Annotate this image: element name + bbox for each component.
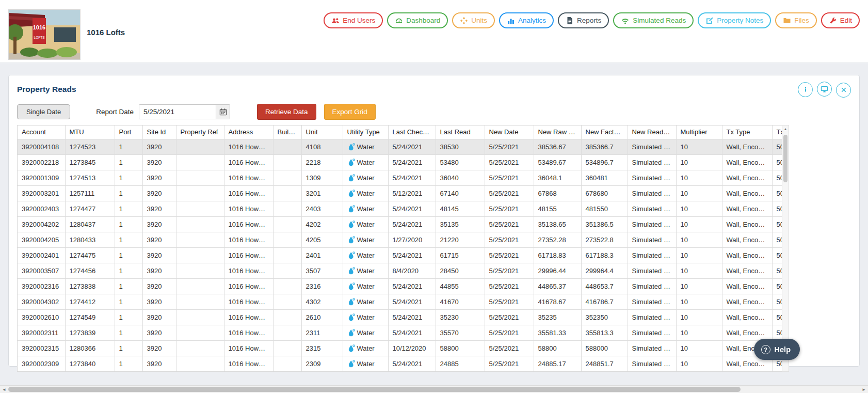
nav-button-end-users[interactable]: End Users bbox=[324, 12, 383, 28]
table-row[interactable]: 39200022181273845139201016 Howell ...221… bbox=[18, 155, 782, 170]
column-header-multiplier[interactable]: Multiplier bbox=[676, 125, 722, 139]
cell-account: 3920002309 bbox=[18, 356, 65, 372]
cell-new-factored: 385366.7 bbox=[581, 139, 628, 155]
nav-button-files[interactable]: Files bbox=[775, 12, 817, 28]
close-button[interactable] bbox=[836, 83, 851, 98]
cell-account: 3920003507 bbox=[18, 263, 65, 279]
cell-new-raw-read: 36048.1 bbox=[534, 170, 581, 186]
cell-new-date: 5/25/2021 bbox=[485, 341, 534, 356]
utility-type-label: Water bbox=[357, 159, 375, 166]
column-header-tx[interactable]: Tx bbox=[772, 125, 782, 139]
column-header-mtu[interactable]: MTU bbox=[65, 125, 115, 139]
column-header-account[interactable]: Account bbox=[18, 125, 65, 139]
utility-type-label: Water bbox=[357, 267, 375, 275]
table-row[interactable]: 39200035071274456139201016 Howell ...350… bbox=[18, 263, 782, 279]
cell-tx-type: Wall, Encoder... bbox=[722, 217, 772, 232]
cell-new-factored: 678680 bbox=[581, 186, 628, 201]
cell-property-ref bbox=[176, 170, 224, 186]
cell-new-raw-read: 38536.67 bbox=[534, 139, 581, 155]
nav-button-units[interactable]: Units bbox=[452, 12, 495, 28]
column-header-new-date[interactable]: New Date bbox=[485, 125, 534, 139]
utility-type-label: Water bbox=[357, 221, 375, 228]
cell-property-ref bbox=[176, 201, 224, 217]
cell-last-read: 61715 bbox=[436, 248, 485, 263]
table-row[interactable]: 39200043021274412139201016 Howell ...430… bbox=[18, 294, 782, 310]
table-row[interactable]: 39200023151280366139201016 Howell ...231… bbox=[18, 341, 782, 356]
table-row[interactable]: 39200023161273838139201016 Howell ...231… bbox=[18, 279, 782, 294]
scroll-left-arrow-icon[interactable]: ◄ bbox=[0, 387, 8, 392]
cell-new-factored: 416786.7 bbox=[581, 294, 628, 310]
table-row[interactable]: 39200032011257111139201016 Howell ...320… bbox=[18, 186, 782, 201]
report-date-input[interactable] bbox=[139, 105, 216, 119]
table-row[interactable]: 39200024031274477139201016 Howell ...240… bbox=[18, 201, 782, 217]
nav-button-analytics[interactable]: Analytics bbox=[499, 12, 554, 28]
column-header-property-ref[interactable]: Property Ref bbox=[176, 125, 224, 139]
info-button[interactable] bbox=[798, 82, 813, 97]
cell-building bbox=[273, 217, 301, 232]
column-header-new-read-type[interactable]: New Read Type bbox=[628, 125, 676, 139]
column-header-port[interactable]: Port bbox=[115, 125, 142, 139]
cell-tx: 501 bbox=[772, 170, 782, 186]
column-header-last-read[interactable]: Last Read bbox=[436, 125, 485, 139]
table-row[interactable]: 39200013091274513139201016 Howell ...130… bbox=[18, 170, 782, 186]
scroll-right-arrow-icon[interactable]: ► bbox=[860, 387, 868, 392]
table-row[interactable]: 39200042051280433139201016 Howell ...420… bbox=[18, 232, 782, 248]
cell-new-factored: 352350 bbox=[581, 310, 628, 325]
cell-site-id: 3920 bbox=[142, 170, 176, 186]
column-header-unit[interactable]: Unit bbox=[301, 125, 343, 139]
table-row[interactable]: 39200026101274549139201016 Howell ...261… bbox=[18, 310, 782, 325]
cell-new-date: 5/25/2021 bbox=[485, 186, 534, 201]
table-row[interactable]: 39200023091273840139201016 Howell ...230… bbox=[18, 356, 782, 372]
column-header-address[interactable]: Address bbox=[224, 125, 273, 139]
utility-type-label: Water bbox=[357, 205, 375, 213]
hscroll-thumb[interactable] bbox=[8, 387, 741, 392]
display-button[interactable] bbox=[817, 82, 832, 97]
single-date-button[interactable]: Single Date bbox=[17, 104, 70, 119]
column-header-building[interactable]: Building bbox=[273, 125, 301, 139]
column-header-new-factored[interactable]: New Factored... bbox=[581, 125, 628, 139]
cell-new-factored: 448653.7 bbox=[581, 279, 628, 294]
scroll-up-arrow-icon[interactable]: ▲ bbox=[782, 125, 789, 133]
water-drop-icon bbox=[347, 266, 356, 275]
help-button[interactable]: ? Help bbox=[754, 339, 800, 360]
table-row[interactable]: 39200023111273839139201016 Howell ...231… bbox=[18, 325, 782, 341]
page-horizontal-scrollbar[interactable]: ◄ ► bbox=[0, 385, 868, 393]
column-header-last-checkin[interactable]: Last Checkin bbox=[388, 125, 436, 139]
cell-site-id: 3920 bbox=[142, 279, 176, 294]
cell-last-read: 48145 bbox=[436, 201, 485, 217]
column-header-tx-type[interactable]: Tx Type bbox=[722, 125, 772, 139]
property-reads-table: AccountMTUPortSite IdProperty RefAddress… bbox=[18, 125, 782, 372]
cell-site-id: 3920 bbox=[142, 155, 176, 170]
calendar-button[interactable] bbox=[216, 105, 230, 119]
export-grid-button[interactable]: Export Grid bbox=[324, 104, 376, 120]
nav-button-property-notes[interactable]: Property Notes bbox=[698, 12, 771, 28]
cell-new-date: 5/25/2021 bbox=[485, 356, 534, 372]
cell-port: 1 bbox=[115, 294, 142, 310]
cell-new-factored: 351386.5 bbox=[581, 217, 628, 232]
table-row[interactable]: 39200041081274523139201016 Howell ...410… bbox=[18, 139, 782, 155]
cell-building bbox=[273, 155, 301, 170]
cell-multiplier: 10 bbox=[676, 139, 722, 155]
column-header-site-id[interactable]: Site Id bbox=[142, 125, 176, 139]
column-header-new-raw-read[interactable]: New Raw Read bbox=[534, 125, 581, 139]
cell-new-raw-read: 41678.67 bbox=[534, 294, 581, 310]
cell-last-checkin: 5/24/2021 bbox=[388, 139, 436, 155]
nav-button-edit[interactable]: Edit bbox=[821, 12, 860, 28]
nav-button-reports[interactable]: Reports bbox=[558, 12, 609, 28]
column-header-utility-type[interactable]: Utility Type bbox=[343, 125, 388, 139]
grid-vscroll-thumb[interactable] bbox=[783, 135, 787, 182]
cell-property-ref bbox=[176, 263, 224, 279]
hscroll-track[interactable] bbox=[8, 386, 860, 393]
cell-new-read-type: Simulated Read bbox=[628, 341, 676, 356]
nav-button-dashboard[interactable]: Dashboard bbox=[387, 12, 448, 28]
cell-utility-type: Water bbox=[343, 279, 388, 294]
grid-vertical-scrollbar[interactable]: ▲ bbox=[782, 125, 789, 372]
table-row[interactable]: 39200024011274475139201016 Howell ...240… bbox=[18, 248, 782, 263]
cell-tx: 501 bbox=[772, 248, 782, 263]
nav-button-simulated-reads[interactable]: Simulated Reads bbox=[613, 12, 694, 28]
cell-building bbox=[273, 325, 301, 341]
cell-new-read-type: Simulated Read bbox=[628, 263, 676, 279]
cell-building bbox=[273, 263, 301, 279]
retrieve-data-button[interactable]: Retrieve Data bbox=[257, 104, 316, 120]
table-row[interactable]: 39200042021280437139201016 Howell ...420… bbox=[18, 217, 782, 232]
